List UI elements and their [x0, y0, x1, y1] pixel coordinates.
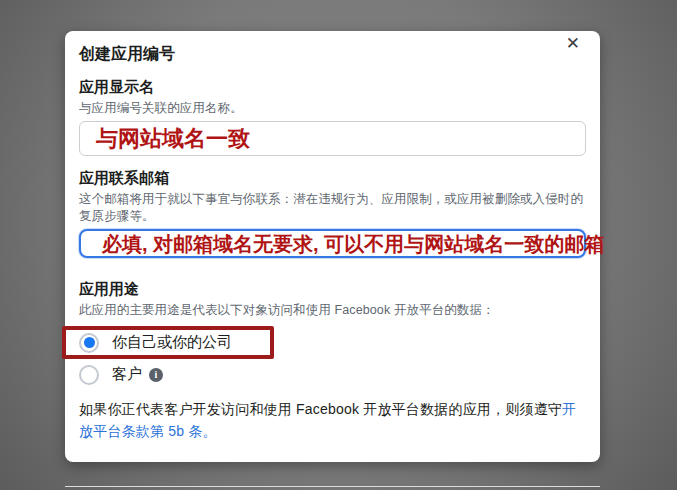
radio-unchecked-icon[interactable] [79, 365, 99, 385]
app-purpose-field: 应用用途 此应用的主要用途是代表以下对象访问和使用 Facebook 开放平台的… [79, 280, 586, 385]
create-app-dialog: 创建应用编号 ✕ 应用显示名 与应用编号关联的应用名称。 与网站域名一致 应用联… [65, 31, 600, 462]
dialog-title: 创建应用编号 [79, 44, 586, 65]
radio-dot [84, 337, 95, 348]
close-icon[interactable]: ✕ [562, 32, 584, 56]
contact-email-field: 应用联系邮箱 这个邮箱将用于就以下事宜与你联系：潜在违规行为、应用限制，或应用被… [79, 169, 586, 258]
display-name-annotation: 与网站域名一致 [80, 122, 585, 155]
app-purpose-label: 应用用途 [79, 280, 586, 299]
radio-option-label: 你自己或你的公司 [112, 333, 232, 352]
display-name-input[interactable]: 与网站域名一致 [79, 121, 586, 156]
radio-option-yourself-or-company[interactable]: 你自己或你的公司 [79, 332, 232, 353]
contact-email-hint: 这个邮箱将用于就以下事宜与你联系：潜在违规行为、应用限制，或应用被删除或入侵时的… [79, 191, 586, 225]
info-icon[interactable]: i [149, 368, 163, 382]
contact-email-annotation: 必填, 对邮箱域名无要求, 可以不用与网站域名一致的邮箱 [102, 230, 604, 257]
client-note: 如果你正代表客户开发访问和使用 Facebook 开放平台数据的应用，则须遵守开… [79, 398, 586, 442]
client-note-text: 如果你正代表客户开发访问和使用 Facebook 开放平台数据的应用，则须遵守 [79, 401, 562, 417]
footer-divider [65, 486, 600, 487]
contact-email-label: 应用联系邮箱 [79, 169, 586, 188]
dialog-header: 创建应用编号 ✕ [79, 31, 586, 65]
radio-option-label: 客户 [112, 365, 142, 384]
radio-checked-icon[interactable] [79, 333, 99, 353]
contact-email-input[interactable]: 必填, 对邮箱域名无要求, 可以不用与网站域名一致的邮箱 [79, 229, 586, 258]
display-name-field: 应用显示名 与应用编号关联的应用名称。 与网站域名一致 [79, 78, 586, 156]
display-name-label: 应用显示名 [79, 78, 586, 97]
screen-background: 创建应用编号 ✕ 应用显示名 与应用编号关联的应用名称。 与网站域名一致 应用联… [0, 0, 677, 490]
app-purpose-hint: 此应用的主要用途是代表以下对象访问和使用 Facebook 开放平台的数据： [79, 302, 586, 319]
radio-option-client[interactable]: 客户 i [79, 364, 163, 385]
display-name-hint: 与应用编号关联的应用名称。 [79, 100, 586, 117]
